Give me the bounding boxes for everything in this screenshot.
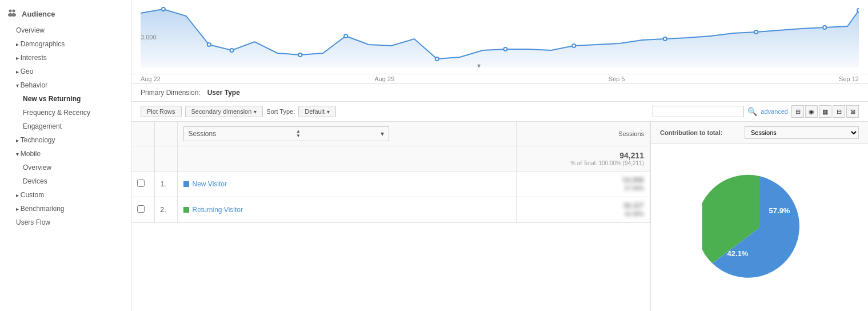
returning-visitor-link[interactable]: Returning Visitor (183, 206, 511, 214)
sidebar-item-label: Overview (16, 26, 45, 34)
contribution-header: Contribution to total: Sessions (651, 122, 868, 144)
date-sep12: Sep 12 (839, 75, 859, 82)
svg-point-14 (823, 26, 826, 29)
sidebar-item-users-flow[interactable]: Users Flow (0, 216, 131, 229)
svg-point-15 (857, 9, 859, 12)
th-user-type: Sessions ▲▼ (177, 122, 517, 146)
advanced-link[interactable]: advanced (761, 108, 788, 115)
svg-point-1 (13, 10, 15, 13)
new-visitor-pct-label: 57.9% (769, 206, 790, 215)
sidebar-item-label: Devices (23, 177, 47, 185)
th-number (154, 122, 177, 146)
returning-visitor-pct-label: 42.1% (727, 249, 749, 258)
primary-dim-value: User Type (207, 89, 240, 97)
sidebar-item-custom[interactable]: Custom (0, 188, 131, 202)
chart-area: 3,000 ▾ (131, 0, 868, 74)
new-visitor-link[interactable]: New Visitor (183, 180, 511, 188)
sidebar-item-interests[interactable]: Interests (0, 51, 131, 65)
sidebar-item-geo[interactable]: Geo (0, 65, 131, 78)
sidebar-item-behavior[interactable]: Behavior (0, 78, 131, 92)
contribution-label: Contribution to total: (660, 129, 722, 136)
data-table: Sessions ▲▼ Sessions 94,211 (131, 122, 651, 311)
search-icon[interactable]: 🔍 (747, 107, 757, 116)
sort-arrows: ▲▼ (296, 129, 301, 138)
custom-view-icon[interactable]: ⊠ (846, 105, 859, 118)
pie-chart-container: 57.9% 42.1% (651, 144, 868, 311)
svg-point-5 (207, 43, 211, 46)
sidebar-item-devices[interactable]: Devices (0, 174, 131, 188)
grid-view-icon[interactable]: ⊞ (791, 105, 804, 118)
svg-point-9 (435, 57, 439, 61)
sidebar-item-label: Overview (23, 164, 51, 172)
y-axis-label: 3,000 (141, 34, 157, 41)
sep5-dropdown[interactable]: ▾ (477, 62, 481, 70)
date-sep5: Sep 5 (609, 75, 625, 82)
total-sessions-value: 94,211 (522, 151, 644, 160)
svg-point-13 (754, 30, 758, 34)
sidebar-item-label: Mobile (21, 150, 41, 158)
svg-point-12 (663, 37, 667, 41)
date-aug29: Aug 29 (374, 75, 394, 82)
primary-dimension-toolbar: Primary Dimension: User Type (131, 84, 868, 102)
row2-pct: 42.06% (625, 211, 644, 217)
sidebar-item-mobile[interactable]: Mobile (0, 147, 131, 161)
plot-rows-button[interactable]: Plot Rows (141, 106, 182, 117)
sidebar-item-benchmarking[interactable]: Benchmarking (0, 202, 131, 216)
line-chart (141, 5, 859, 67)
svg-point-3 (11, 13, 16, 17)
sidebar-item-technology[interactable]: Technology (0, 133, 131, 147)
sidebar-item-label: Geo (21, 67, 34, 75)
svg-point-8 (344, 34, 347, 38)
pie-chart: 57.9% 42.1% (702, 170, 817, 285)
row1-sessions: 54,886 (623, 176, 644, 184)
contribution-sessions-select[interactable]: Sessions (745, 126, 859, 139)
total-sessions-sub: % of Total: 100.00% (94,211) (522, 160, 644, 166)
svg-point-11 (572, 44, 575, 47)
sidebar-item-label: Demographics (21, 40, 65, 48)
main-content: 3,000 ▾ (131, 0, 868, 311)
sidebar-item-mobile-overview[interactable]: Overview (0, 161, 131, 174)
sidebar-item-label: Interests (21, 54, 47, 62)
returning-visitor-color-dot (183, 207, 189, 213)
sidebar-item-engagement[interactable]: Engagement (0, 119, 131, 133)
sidebar-item-label: Custom (21, 191, 44, 199)
sidebar-audience-header[interactable]: Audience (0, 5, 131, 23)
date-labels: Aug 22 Aug 29 Sep 5 Sep 12 (131, 74, 868, 84)
sidebar-item-frequency-recency[interactable]: Frequency & Recency (0, 106, 131, 119)
sidebar-item-demographics[interactable]: Demographics (0, 37, 131, 51)
bar-view-icon[interactable]: ▦ (819, 105, 831, 118)
view-icons: ⊞ ◉ ▦ ⊟ ⊠ (791, 105, 859, 118)
row1-num: 1. (154, 172, 177, 197)
row2-checkbox[interactable] (137, 205, 145, 213)
primary-dim-label: Primary Dimension: (141, 89, 201, 97)
pie-view-icon[interactable]: ◉ (805, 105, 818, 118)
sidebar-item-label: Frequency & Recency (23, 109, 90, 117)
date-aug22: Aug 22 (141, 75, 161, 82)
new-visitor-label: New Visitor (193, 180, 227, 188)
svg-point-10 (503, 47, 507, 51)
returning-visitor-label: Returning Visitor (193, 206, 243, 214)
svg-point-0 (9, 10, 12, 13)
right-panel: Contribution to total: Sessions 57.9% 42… (651, 122, 868, 311)
sidebar-item-label: Users Flow (16, 218, 50, 226)
svg-point-7 (298, 53, 302, 57)
total-row: 94,211 % of Total: 100.00% (94,211) (131, 146, 650, 172)
table-row: 2. Returning Visitor 39,327 42.06% (131, 197, 650, 223)
row2-num: 2. (154, 197, 177, 223)
th-sessions: Sessions (517, 122, 650, 146)
sidebar-item-label: New vs Returning (23, 95, 81, 103)
svg-point-6 (230, 49, 234, 52)
row1-checkbox[interactable] (137, 180, 145, 187)
secondary-dimension-dropdown[interactable]: Secondary dimension (185, 106, 263, 117)
row1-pct: 57.94% (625, 185, 644, 192)
audience-icon (7, 8, 17, 20)
search-input[interactable] (653, 106, 744, 117)
sessions-column-dropdown[interactable]: Sessions ▲▼ (183, 126, 389, 141)
new-visitor-color-dot (183, 181, 189, 187)
sidebar-item-overview[interactable]: Overview (0, 23, 131, 37)
table-controls: Plot Rows Secondary dimension Sort Type:… (131, 102, 868, 122)
sort-type-dropdown[interactable]: Default (298, 106, 336, 117)
row2-sessions: 39,327 (623, 202, 644, 210)
sidebar-item-new-vs-returning[interactable]: New vs Returning (0, 92, 131, 106)
pivot-view-icon[interactable]: ⊟ (833, 105, 845, 118)
